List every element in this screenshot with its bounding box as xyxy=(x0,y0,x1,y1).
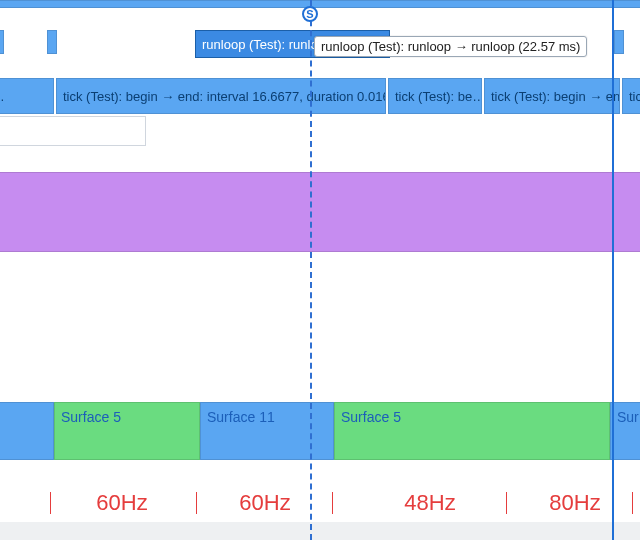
span-label: runloop (Test): runloop xyxy=(202,37,332,52)
span-label: in → en… xyxy=(0,89,5,104)
tick-span[interactable]: in → en… xyxy=(0,78,54,114)
tick-span[interactable]: tic xyxy=(622,78,640,114)
span-label: tick (Test): begin → en… xyxy=(491,89,620,104)
playhead-start-marker[interactable]: S xyxy=(302,6,318,22)
playhead-line[interactable] xyxy=(310,0,312,540)
tick-span[interactable]: tick (Test): be… xyxy=(388,78,482,114)
hz-label: 60Hz xyxy=(72,490,172,516)
hz-tick xyxy=(50,492,51,514)
hz-label: 48Hz xyxy=(380,490,480,516)
span-label: tick (Test): be… xyxy=(395,89,482,104)
span-label: tic xyxy=(629,89,640,104)
span-label: tick (Test): begin → end: interval 16.66… xyxy=(63,89,386,104)
surface-span[interactable] xyxy=(0,402,54,460)
marker-label: S xyxy=(306,8,313,20)
surface-span[interactable]: Surface 5 xyxy=(334,402,610,460)
marker-tick[interactable] xyxy=(0,30,4,54)
hz-label: 60Hz xyxy=(220,490,310,516)
hz-tick xyxy=(332,492,333,514)
hz-label: 80Hz xyxy=(530,490,620,516)
ruler-strip[interactable] xyxy=(0,0,640,8)
purple-span[interactable] xyxy=(0,172,640,252)
tick-span[interactable]: tick (Test): begin → end: interval 16.66… xyxy=(56,78,386,114)
range-end-line[interactable] xyxy=(612,0,614,540)
tooltip-text: runloop (Test): runloop → runloop (22.57… xyxy=(321,39,580,54)
surface-span[interactable]: Surface 11 xyxy=(200,402,334,460)
surface-label: Surface 5 xyxy=(61,409,121,425)
tick-span[interactable]: tick (Test): begin → en… xyxy=(484,78,620,114)
hz-tick xyxy=(632,492,633,514)
hz-tick xyxy=(506,492,507,514)
footer-strip xyxy=(0,522,640,540)
child-span[interactable] xyxy=(0,116,146,146)
marker-tick[interactable] xyxy=(47,30,57,54)
marker-tick[interactable] xyxy=(614,30,624,54)
surface-span[interactable]: Surface 5 xyxy=(54,402,200,460)
hover-tooltip: runloop (Test): runloop → runloop (22.57… xyxy=(314,36,587,57)
surface-span[interactable]: Sur xyxy=(610,402,640,460)
hz-tick xyxy=(196,492,197,514)
surface-label: Surface 11 xyxy=(207,409,275,425)
surface-label: Sur xyxy=(617,409,639,425)
surface-label: Surface 5 xyxy=(341,409,401,425)
